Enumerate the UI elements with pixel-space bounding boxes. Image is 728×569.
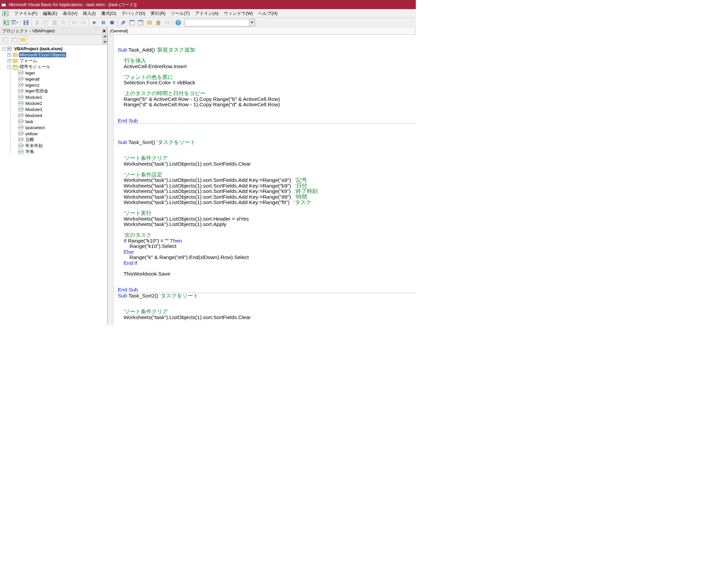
tree-excel-objects-label: Microsoft Excel Objects	[19, 52, 66, 57]
help-button[interactable]: ?	[174, 19, 182, 27]
svg-rect-46	[12, 39, 14, 41]
tree-module-label: Module4	[25, 113, 43, 118]
tree-module-item[interactable]: <>Module4	[0, 112, 107, 118]
menu-tools[interactable]: ツール(T)	[168, 10, 192, 17]
folder-icon	[12, 58, 18, 63]
svg-rect-13	[12, 23, 15, 24]
collapse-icon[interactable]: −	[7, 65, 11, 69]
run-button[interactable]	[90, 19, 99, 27]
toolbar-separator	[117, 19, 118, 26]
svg-text:<>: <>	[19, 108, 22, 111]
properties-button[interactable]	[137, 19, 145, 27]
object-browser-button[interactable]	[145, 19, 154, 27]
project-explorer-title: プロジェクト - VBAProject	[2, 28, 55, 34]
svg-text:<>: <>	[19, 71, 22, 75]
tree-module-item[interactable]: <>年末年始	[0, 143, 107, 149]
collapse-icon[interactable]: −	[2, 47, 6, 51]
design-mode-button[interactable]	[119, 19, 127, 27]
tree-folder-modules[interactable]: − 標準モジュール	[0, 64, 107, 70]
object-dropdown[interactable]: (General)	[108, 27, 416, 34]
tree-module-label: Module3	[25, 107, 43, 112]
menu-insert[interactable]: 挿入(I)	[80, 10, 98, 17]
svg-text:<>: <>	[19, 144, 22, 147]
find-button[interactable]	[59, 19, 68, 27]
toolbar-separator	[20, 19, 21, 26]
menu-addins[interactable]: アドイン(A)	[192, 10, 221, 17]
insert-dropdown-button[interactable]	[11, 19, 19, 27]
procedure-combo[interactable]	[184, 19, 255, 26]
expand-icon[interactable]: +	[7, 59, 11, 63]
scroll-stub[interactable]	[102, 35, 107, 45]
svg-rect-26	[104, 21, 105, 24]
svg-text:<>: <>	[19, 102, 22, 105]
project-explorer: プロジェクト - VBAProject × − VBAProject (task…	[0, 27, 108, 325]
excel-icon[interactable]	[2, 10, 9, 17]
view-code-button[interactable]	[1, 36, 9, 44]
svg-text:<>: <>	[19, 77, 22, 81]
expand-icon[interactable]: +	[7, 53, 11, 57]
tree-module-item[interactable]: <>Module1	[0, 94, 107, 100]
cut-button[interactable]	[33, 19, 41, 27]
code-margin	[108, 35, 114, 325]
svg-text:<>: <>	[19, 83, 22, 87]
toolbox-button[interactable]	[154, 19, 162, 27]
tree-module-item[interactable]: <>taskselect	[0, 124, 107, 131]
tree-folder-excel-objects[interactable]: + Microsoft Excel Objects	[0, 52, 107, 58]
tree-module-item[interactable]: <>legercz	[0, 82, 107, 88]
svg-rect-1	[2, 3, 6, 4]
svg-rect-40	[165, 21, 167, 24]
tree-module-item[interactable]: <>半角	[0, 149, 107, 155]
svg-rect-48	[10, 48, 11, 48]
view-object-button[interactable]	[10, 36, 18, 44]
svg-point-34	[141, 22, 142, 23]
menu-format[interactable]: 書式(O)	[99, 10, 119, 17]
tree-module-item[interactable]: <>元帳	[0, 137, 107, 143]
svg-rect-5	[6, 15, 8, 15]
menu-debug[interactable]: デバッグ(D)	[119, 10, 148, 17]
svg-text:<>: <>	[19, 89, 22, 93]
svg-rect-35	[147, 21, 149, 22]
close-icon[interactable]: ×	[102, 28, 106, 35]
project-explorer-button[interactable]	[128, 19, 136, 27]
code-content[interactable]: Sub Task_Add() '新規タスク追加 '行を挿入 ActiveCell…	[115, 35, 416, 325]
menu-file[interactable]: ファイル(F)	[11, 10, 40, 17]
toggle-folders-button[interactable]	[19, 36, 27, 44]
code-editor[interactable]: Sub Task_Add() '新規タスク追加 '行を挿入 ActiveCell…	[108, 35, 416, 325]
tree-module-item[interactable]: <>leger	[0, 70, 107, 76]
undo-button[interactable]	[71, 19, 79, 27]
svg-rect-49	[10, 49, 11, 50]
reset-button[interactable]	[108, 19, 116, 27]
module-icon: <>	[18, 77, 24, 81]
redo-button[interactable]	[79, 19, 87, 27]
tree-module-item[interactable]: <>yellow	[0, 131, 107, 137]
menu-view[interactable]: 表示(V)	[60, 10, 80, 17]
tree-module-item[interactable]: <>task	[0, 118, 107, 124]
view-excel-button[interactable]	[2, 19, 10, 27]
save-button[interactable]	[22, 19, 30, 27]
svg-point-18	[35, 23, 37, 25]
tree-module-item[interactable]: <>Module2	[0, 100, 107, 106]
tree-project-root[interactable]: − VBAProject (task.xlsm)	[0, 46, 107, 52]
module-icon: <>	[18, 113, 24, 118]
tree-module-item[interactable]: <>Module3	[0, 106, 107, 112]
module-icon: <>	[18, 70, 24, 75]
svg-rect-9	[6, 24, 8, 25]
copy-button[interactable]	[42, 19, 50, 27]
tree-module-label: 年末年始	[25, 143, 44, 149]
project-toolbar	[0, 35, 107, 45]
tree-module-item[interactable]: <>legerall	[0, 76, 107, 82]
project-tree[interactable]: − VBAProject (task.xlsm) + Microsoft Exc…	[0, 45, 107, 325]
tab-order-button[interactable]	[163, 19, 171, 27]
menu-run[interactable]: 実行(R)	[148, 10, 168, 17]
module-icon: <>	[18, 107, 24, 112]
paste-button[interactable]	[51, 19, 59, 27]
svg-text:<>: <>	[19, 126, 22, 129]
menu-help[interactable]: ヘルプ(H)	[255, 10, 280, 17]
svg-text:<>: <>	[19, 138, 22, 141]
tree-folder-forms[interactable]: + フォーム	[0, 58, 107, 64]
break-button[interactable]	[99, 19, 107, 27]
tree-module-label: legercz	[25, 83, 40, 88]
tree-module-item[interactable]: <>leger売掛金	[0, 88, 107, 94]
menu-edit[interactable]: 編集(E)	[40, 10, 60, 17]
menu-window[interactable]: ウィンドウ(W)	[221, 10, 255, 17]
